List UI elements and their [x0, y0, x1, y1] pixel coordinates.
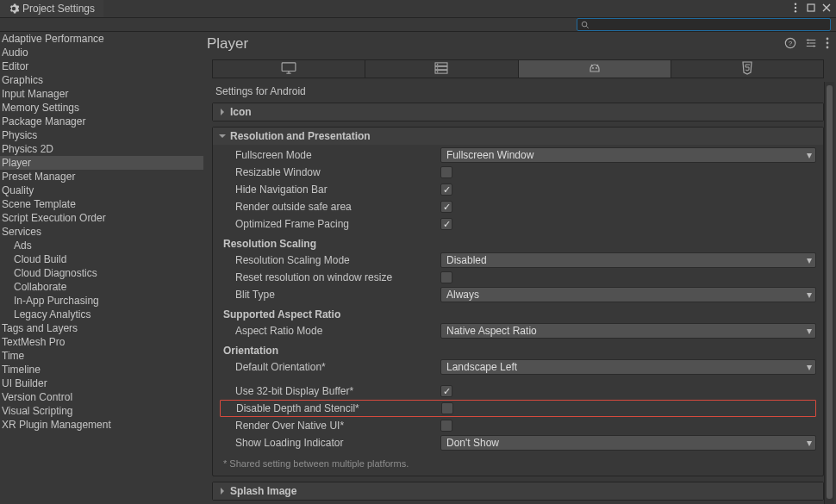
section-orientation: Orientation	[223, 345, 816, 357]
sidebar-item-ui-builder[interactable]: UI Builder	[0, 376, 203, 390]
sidebar-item-legacy-analytics[interactable]: Legacy Analytics	[0, 308, 203, 321]
sidebar-item-preset-manager[interactable]: Preset Manager	[0, 170, 203, 184]
search-input[interactable]	[593, 20, 827, 30]
sidebar-item-version-control[interactable]: Version Control	[0, 390, 203, 404]
row-disable-depth-highlight: Disable Depth and Stencil*	[220, 400, 816, 417]
sidebar-item-timeline[interactable]: Timeline	[0, 363, 203, 376]
svg-text:?: ?	[789, 39, 793, 47]
dropdown-scaling-mode[interactable]: Disabled▾	[440, 252, 816, 268]
svg-point-4	[582, 22, 587, 27]
sidebar-item-textmesh-pro[interactable]: TextMesh Pro	[0, 335, 203, 349]
sidebar-item-physics-2d[interactable]: Physics 2D	[0, 142, 203, 156]
sidebar-item-editor[interactable]: Editor	[0, 59, 203, 73]
label-scaling-mode: Resolution Scaling Mode	[220, 254, 440, 266]
svg-point-1	[795, 6, 796, 8]
sidebar-item-graphics[interactable]: Graphics	[0, 73, 203, 87]
chevron-down-icon: ▾	[807, 289, 812, 301]
label-render-over-native: Render Over Native UI*	[220, 420, 440, 432]
svg-rect-14	[282, 62, 296, 71]
sidebar-item-script-execution-order[interactable]: Script Execution Order	[0, 211, 203, 225]
sidebar-item-scene-template[interactable]: Scene Template	[0, 197, 203, 211]
search-box[interactable]	[577, 18, 831, 31]
presets-icon[interactable]	[805, 37, 817, 52]
sidebar-item-memory-settings[interactable]: Memory Settings	[0, 101, 203, 115]
sidebar-item-xr-plugin-management[interactable]: XR Plugin Management	[0, 418, 203, 432]
label-optimized-frame-pacing: Optimized Frame Pacing	[220, 218, 440, 230]
settings-sidebar: Adaptive PerformanceAudioEditorGraphicsI…	[0, 32, 203, 504]
sidebar-item-input-manager[interactable]: Input Manager	[0, 87, 203, 101]
svg-point-18	[437, 63, 439, 65]
sidebar-item-services[interactable]: Services	[0, 225, 203, 239]
checkbox-use-32bit[interactable]	[440, 385, 452, 397]
maximize-icon[interactable]	[807, 3, 815, 16]
chevron-down-icon: ▾	[807, 325, 812, 337]
svg-rect-3	[808, 4, 814, 11]
svg-point-20	[437, 71, 439, 72]
label-render-outside-safe: Render outside safe area	[220, 201, 440, 213]
sidebar-item-cloud-diagnostics[interactable]: Cloud Diagnostics	[0, 266, 203, 280]
web-icon	[741, 61, 753, 78]
sidebar-item-adaptive-performance[interactable]: Adaptive Performance	[0, 32, 203, 46]
platform-tabs	[212, 59, 824, 78]
sidebar-item-quality[interactable]: Quality	[0, 184, 203, 197]
kebab-icon[interactable]	[826, 37, 829, 52]
sidebar-item-player[interactable]: Player	[0, 156, 203, 170]
server-icon	[434, 62, 448, 77]
sidebar-item-tags-and-layers[interactable]: Tags and Layers	[0, 321, 203, 335]
platform-tab-desktop[interactable]	[212, 59, 365, 78]
checkbox-disable-depth[interactable]	[441, 402, 453, 414]
svg-point-22	[596, 67, 597, 69]
label-use-32bit: Use 32-bit Display Buffer*	[220, 385, 440, 397]
label-fullscreen-mode: Fullscreen Mode	[220, 149, 440, 161]
sidebar-item-cloud-build[interactable]: Cloud Build	[0, 252, 203, 266]
page-title: Player	[207, 35, 248, 53]
checkbox-reset-on-resize[interactable]	[440, 271, 452, 283]
sidebar-item-physics[interactable]: Physics	[0, 128, 203, 142]
panel-header-resolution[interactable]: Resolution and Presentation	[213, 128, 823, 145]
panel-header-icon[interactable]: Icon	[213, 103, 823, 121]
checkbox-render-over-native[interactable]	[440, 420, 452, 432]
sidebar-item-ads[interactable]: Ads	[0, 239, 203, 252]
dropdown-loading-indicator[interactable]: Don't Show▾	[440, 435, 816, 451]
svg-point-2	[795, 10, 796, 12]
platform-tab-android[interactable]	[519, 59, 671, 78]
sidebar-item-visual-scripting[interactable]: Visual Scripting	[0, 404, 203, 418]
section-resolution-scaling: Resolution Scaling	[223, 238, 816, 250]
checkbox-render-outside-safe[interactable]	[440, 201, 452, 213]
platform-tab-web[interactable]	[671, 59, 824, 78]
checkbox-resizable-window[interactable]	[440, 166, 452, 178]
panel-label: Resolution and Presentation	[230, 130, 371, 142]
panel-label: Icon	[230, 106, 252, 118]
dropdown-aspect-mode[interactable]: Native Aspect Ratio▾	[440, 323, 816, 339]
chevron-down-icon: ▾	[807, 361, 812, 373]
checkbox-hide-nav-bar[interactable]	[440, 184, 452, 196]
scrollbar-vertical[interactable]	[824, 82, 834, 504]
dropdown-default-orientation[interactable]: Landscape Left▾	[440, 359, 816, 375]
svg-point-10	[813, 45, 814, 47]
help-icon[interactable]: ?	[784, 37, 796, 52]
svg-point-13	[827, 46, 829, 48]
platform-tab-server[interactable]	[365, 59, 518, 78]
close-icon[interactable]	[822, 3, 831, 16]
label-aspect-mode: Aspect Ratio Mode	[220, 325, 440, 337]
search-icon	[581, 21, 590, 29]
sidebar-item-audio[interactable]: Audio	[0, 46, 203, 59]
label-reset-on-resize: Reset resolution on window resize	[220, 271, 440, 283]
section-supported-aspect: Supported Aspect Ratio	[223, 308, 816, 320]
sidebar-item-collaborate[interactable]: Collaborate	[0, 280, 203, 294]
sidebar-item-package-manager[interactable]: Package Manager	[0, 115, 203, 128]
panel-header-splash[interactable]: Splash Image	[213, 482, 823, 500]
label-default-orientation: Default Orientation*	[220, 361, 440, 373]
dropdown-fullscreen-mode[interactable]: Fullscreen Window▾	[440, 147, 816, 163]
sidebar-item-time[interactable]: Time	[0, 349, 203, 363]
sidebar-item-in-app-purchasing[interactable]: In-App Purchasing	[0, 294, 203, 308]
kebab-icon[interactable]	[791, 3, 800, 16]
chevron-down-icon: ▾	[807, 149, 812, 161]
label-blit-type: Blit Type	[220, 289, 440, 301]
tab-project-settings[interactable]: Project Settings	[0, 0, 103, 17]
dropdown-blit-type[interactable]: Always▾	[440, 287, 816, 302]
platform-subtitle: Settings for Android	[215, 85, 824, 97]
desktop-icon	[281, 62, 296, 77]
checkbox-optimized-frame-pacing[interactable]	[440, 218, 452, 230]
svg-point-9	[807, 41, 808, 43]
